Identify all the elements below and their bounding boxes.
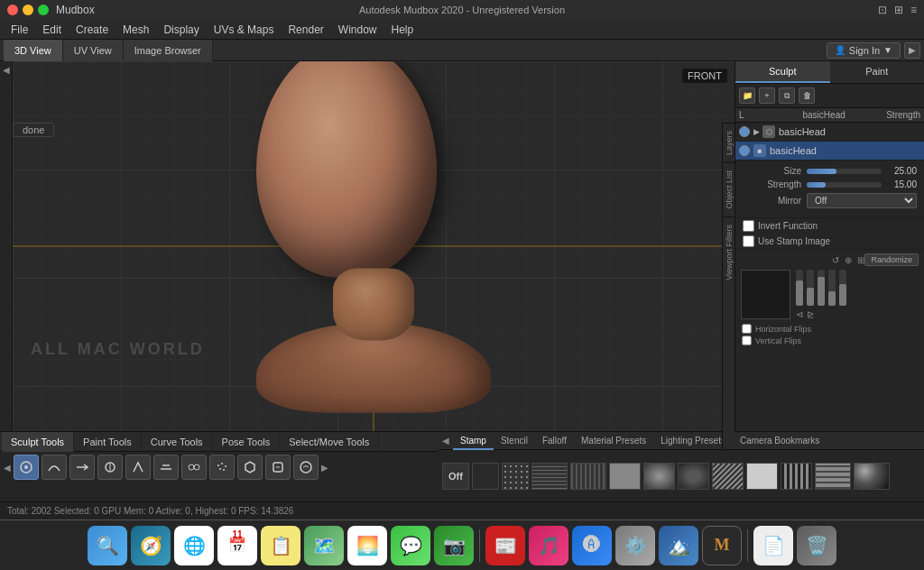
menu-mesh[interactable]: Mesh: [116, 20, 156, 40]
stamp-swatch-10[interactable]: [781, 463, 812, 490]
stamp-slider-2[interactable]: [807, 270, 814, 306]
stamp-slider-5[interactable]: [839, 270, 846, 306]
menu-help[interactable]: Help: [384, 20, 421, 40]
new-icon[interactable]: +: [759, 87, 775, 104]
share-icon[interactable]: ⊞: [894, 4, 903, 16]
side-tab-layers[interactable]: Layers: [723, 123, 735, 162]
dock-photos[interactable]: 🌅: [347, 526, 387, 565]
sstab-stamp[interactable]: Stamp: [453, 432, 494, 450]
tab-sculpt-tools[interactable]: Sculpt Tools: [2, 432, 74, 452]
stamp-slider-1[interactable]: [796, 270, 803, 306]
tools-prev-arrow[interactable]: ◀: [4, 463, 11, 473]
stamp-swatch-8[interactable]: [712, 463, 744, 490]
stamp-swatch-12[interactable]: [854, 463, 890, 490]
tool-slide[interactable]: [69, 455, 95, 480]
tool-wax[interactable]: [293, 455, 319, 480]
close-button[interactable]: [7, 5, 18, 15]
menu-edit[interactable]: Edit: [35, 20, 69, 40]
stamp-off[interactable]: Off: [442, 463, 469, 490]
stamp-slider-3[interactable]: [818, 270, 825, 306]
dock-news[interactable]: 📰: [485, 526, 525, 565]
layer-visibility-1[interactable]: [739, 126, 750, 137]
tool-repeat[interactable]: [237, 455, 263, 480]
strength-slider[interactable]: [807, 182, 882, 188]
stamp-swatch-11[interactable]: [815, 463, 851, 490]
nav-arrow-icon[interactable]: ◀: [3, 65, 10, 75]
sstab-lighting-presets[interactable]: Lighting Presets: [653, 432, 733, 450]
sstab-stencil[interactable]: Stencil: [494, 432, 535, 450]
tool-pinch[interactable]: [125, 455, 151, 480]
stamp-action-2[interactable]: ⊕: [845, 255, 852, 265]
sstab-falloff[interactable]: Falloff: [535, 432, 574, 450]
tab-paint-tools[interactable]: Paint Tools: [74, 432, 142, 452]
dock-messages[interactable]: 💬: [391, 526, 430, 565]
tab-curve-tools[interactable]: Curve Tools: [142, 432, 213, 452]
dock-safari[interactable]: 🧭: [131, 526, 171, 565]
dock-notes[interactable]: 📋: [261, 526, 300, 565]
menu-render[interactable]: Render: [281, 20, 330, 40]
tool-flatten[interactable]: [153, 455, 179, 480]
stamp-action-3[interactable]: ⊞: [857, 255, 864, 265]
dock-mudbox[interactable]: M: [702, 526, 742, 565]
dock-trash[interactable]: 🗑️: [797, 526, 836, 565]
dock-maps[interactable]: 🗺️: [304, 526, 344, 565]
randomize-button[interactable]: Randomize: [864, 253, 919, 266]
dock-chrome[interactable]: 🌐: [174, 526, 214, 565]
tool-push[interactable]: [97, 455, 123, 480]
tab-paint[interactable]: Paint: [830, 61, 925, 83]
stamp-swatch-2[interactable]: [502, 463, 529, 490]
side-tab-object-list[interactable]: Object List: [723, 162, 735, 216]
stamp-btn-1[interactable]: ⊲: [796, 309, 803, 319]
side-tab-viewport-filters[interactable]: Viewport Filters: [723, 216, 735, 288]
menu-uvs-maps[interactable]: UVs & Maps: [207, 20, 282, 40]
folder-icon[interactable]: 📁: [739, 87, 755, 104]
layer-item-1[interactable]: ▶ ⬡ basicHead: [735, 123, 924, 142]
stamp-swatch-6[interactable]: [643, 463, 675, 490]
minimize-button[interactable]: [23, 5, 33, 15]
tab-3d-view[interactable]: 3D View: [4, 40, 63, 61]
invert-function-checkbox[interactable]: [743, 220, 754, 232]
dock-calendar[interactable]: 📅 11: [217, 526, 257, 565]
tool-smooth[interactable]: [42, 455, 67, 480]
vertical-flip-checkbox[interactable]: [742, 336, 751, 345]
tab-sculpt[interactable]: Sculpt: [735, 61, 830, 83]
dock-peaks[interactable]: 🏔️: [659, 526, 698, 565]
panel-toggle-button[interactable]: ▶: [904, 42, 920, 59]
menu-window[interactable]: Window: [331, 20, 384, 40]
tab-select-move-tools[interactable]: Select/Move Tools: [280, 432, 379, 452]
stamp-image-checkbox[interactable]: [743, 235, 754, 247]
tab-image-browser[interactable]: Image Browser: [124, 40, 213, 61]
menu-display[interactable]: Display: [156, 20, 206, 40]
tools-next-arrow[interactable]: ▶: [321, 463, 328, 473]
stamp-swatch-1[interactable]: [472, 463, 499, 490]
stamp-swatch-4[interactable]: [570, 463, 606, 490]
size-slider[interactable]: [807, 169, 882, 174]
viewport-3d[interactable]: FRONT done ALL MAC WORLD: [13, 61, 735, 431]
cast-icon[interactable]: ⊡: [878, 4, 887, 16]
mirror-dropdown[interactable]: Off X Y Z: [807, 193, 917, 208]
horizontal-flip-checkbox[interactable]: [742, 324, 751, 333]
dock-system[interactable]: ⚙️: [615, 526, 655, 565]
stamp-slider-4[interactable]: [828, 270, 836, 306]
stamp-swatch-3[interactable]: [531, 463, 568, 490]
tool-spray[interactable]: [209, 455, 235, 480]
dock-facetime[interactable]: 📷: [434, 526, 474, 565]
sstab-camera-bookmarks[interactable]: Camera Bookmarks: [733, 432, 827, 450]
tab-uv-view[interactable]: UV View: [63, 40, 124, 61]
menu-create[interactable]: Create: [69, 20, 116, 40]
stamp-swatch-5[interactable]: [609, 463, 641, 490]
maximize-button[interactable]: [38, 5, 49, 15]
dock-music[interactable]: 🎵: [529, 526, 568, 565]
stamp-action-1[interactable]: ↺: [832, 255, 839, 265]
layer-visibility-2[interactable]: [739, 145, 750, 156]
stamp-btn-2[interactable]: ⊵: [807, 309, 814, 319]
dock-finder[interactable]: 🔍: [88, 526, 127, 565]
tab-pose-tools[interactable]: Pose Tools: [213, 432, 281, 452]
dock-appstore[interactable]: 🅐: [572, 526, 612, 565]
stamp-tabs-prev[interactable]: ◀: [439, 436, 453, 446]
tool-sculpt[interactable]: [14, 455, 39, 480]
sstab-material-presets[interactable]: Material Presets: [574, 432, 653, 450]
sign-in-button[interactable]: Sign In ▼: [827, 42, 901, 59]
tool-foamy[interactable]: [181, 455, 207, 480]
stamp-swatch-7[interactable]: [678, 463, 709, 490]
